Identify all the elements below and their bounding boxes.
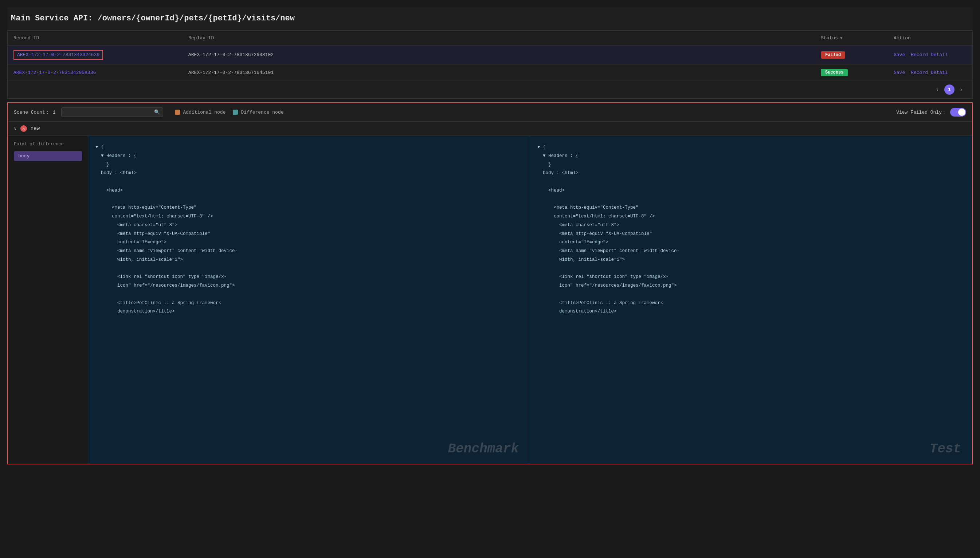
scene-error-icon: ✕ [20,125,27,132]
code-panel-benchmark: ▼ { ▼ Headers : { } body : <html> <head>… [88,136,530,464]
code-line [95,178,522,187]
code-line [95,264,522,273]
code-line: ▼ { [537,143,965,152]
code-line: ▼ { [95,143,522,152]
record-id-cell-1: AREX-172-17-0-2-7831343324639 [13,50,188,60]
code-line [95,195,522,204]
table-header: Record ID Replay ID Status ▼ Action [8,31,972,46]
code-line [95,290,522,299]
code-line: <meta charset="utf-8"> [95,221,522,230]
code-panel-test: ▼ { ▼ Headers : { } body : <html> <head>… [530,136,972,464]
code-line: content="text/html; charset=UTF-8" /> [537,212,965,221]
search-icon: 🔍 [154,109,160,115]
next-page-button[interactable]: › [957,85,965,94]
col-action: Action [894,35,967,41]
status-cell-1: Failed [821,51,894,59]
code-line: <meta http-equiv="X-UA-Compatible" [537,230,965,239]
records-table: Record ID Replay ID Status ▼ Action AREX… [7,31,973,99]
code-line [537,178,965,187]
code-line [537,195,965,204]
code-line: <head> [537,187,965,195]
col-status: Status ▼ [821,35,894,41]
scene-content: Point of difference body ▼ { ▼ Headers :… [8,136,972,464]
code-line: <head> [95,187,522,195]
status-badge-success: Success [821,69,848,76]
scene-header-row: ∨ ✕ new [8,121,972,136]
code-line: content="text/html; charset=UTF-8" /> [95,212,522,221]
code-line: <meta name="viewport" content="width=dev… [537,247,965,256]
code-line: content="IE=edge"> [537,238,965,247]
scene-section: Scene Count： 1 🔍 Additional node Differe… [7,102,973,464]
status-badge-failed: Failed [821,51,845,59]
code-line: <meta charset="utf-8"> [537,221,965,230]
scene-search-input[interactable] [64,110,152,115]
legend-items: Additional node Difference node [175,110,284,115]
diff-sidebar: Point of difference body [8,136,88,464]
toggle-knob [958,108,965,116]
code-line: <link rel="shortcut icon" type="image/x- [537,273,965,282]
pagination-bar: ‹ 1 › [8,81,972,98]
code-line: <title>PetClinic :: a Spring Framework [537,299,965,308]
status-filter-icon[interactable]: ▼ [840,36,843,41]
prev-page-button[interactable]: ‹ [933,85,941,94]
code-line: ▼ Headers : { [95,152,522,161]
code-line: <meta http-equiv="Content-Type" [95,204,522,212]
code-line: <title>PetClinic :: a Spring Framework [95,299,522,308]
code-line: <meta name="viewport" content="width=dev… [95,247,522,256]
table-row: AREX-172-17-0-2-7831342958336 AREX-172-1… [8,64,972,81]
code-line: content="IE=edge"> [95,238,522,247]
scene-search-box: 🔍 [61,107,163,117]
status-cell-2: Success [821,69,894,76]
record-id-link-2[interactable]: AREX-172-17-0-2-7831342958336 [13,70,96,75]
save-link-2[interactable]: Save [894,70,905,75]
save-link-1[interactable]: Save [894,52,905,57]
code-line: width, initial-scale=1"> [95,256,522,264]
diff-item-body[interactable]: body [14,151,82,161]
code-line: <meta http-equiv="Content-Type" [537,204,965,212]
record-id-link-1[interactable]: AREX-172-17-0-2-7831343324639 [13,50,103,60]
code-line: } [95,161,522,169]
scene-expand-icon[interactable]: ∨ [14,126,17,131]
col-record-id: Record ID [13,35,188,41]
code-line: width, initial-scale=1"> [537,256,965,264]
current-page: 1 [944,84,954,95]
page-title: Main Service API: /owners/{ownerId}/pets… [7,7,973,31]
view-failed-toggle: View Failed Only： [896,108,966,117]
table-row: AREX-172-17-0-2-7831343324639 AREX-172-1… [8,46,972,64]
action-cell-2: Save Record Detail [894,70,967,75]
scene-count-label: Scene Count： 1 [14,109,55,115]
code-line: <link rel="shortcut icon" type="image/x- [95,273,522,282]
test-watermark: Test [930,441,961,456]
code-line [537,264,965,273]
record-detail-link-2[interactable]: Record Detail [911,70,947,75]
legend-additional: Additional node [175,110,225,115]
app-container: Main Service API: /owners/{ownerId}/pets… [0,0,980,558]
code-line: body : <html> [537,169,965,178]
diff-sidebar-title: Point of difference [14,142,82,147]
action-cell-1: Save Record Detail [894,52,967,57]
view-failed-switch[interactable] [950,108,966,117]
code-line: icon" href="/resources/images/favicon.pn… [95,282,522,290]
code-line: <meta http-equiv="X-UA-Compatible" [95,230,522,239]
scene-name-label: new [31,126,40,131]
replay-id-cell-2: AREX-172-17-0-2-78313671645101 [188,70,821,75]
difference-node-icon [233,110,238,115]
replay-id-cell-1: AREX-172-17-0-2-78313672638102 [188,52,821,57]
legend-difference: Difference node [233,110,284,115]
code-line [537,290,965,299]
code-line: body : <html> [95,169,522,178]
col-replay-id: Replay ID [188,35,821,41]
code-line: demonstration</title> [537,307,965,316]
record-id-cell-2: AREX-172-17-0-2-7831342958336 [13,70,188,75]
benchmark-watermark: Benchmark [448,441,519,456]
code-line: icon" href="/resources/images/favicon.pn… [537,282,965,290]
additional-node-icon [175,110,180,115]
code-line: demonstration</title> [95,307,522,316]
record-detail-link-1[interactable]: Record Detail [911,52,947,57]
scene-toolbar: Scene Count： 1 🔍 Additional node Differe… [8,103,972,121]
code-line: ▼ Headers : { [537,152,965,161]
code-line: } [537,161,965,169]
